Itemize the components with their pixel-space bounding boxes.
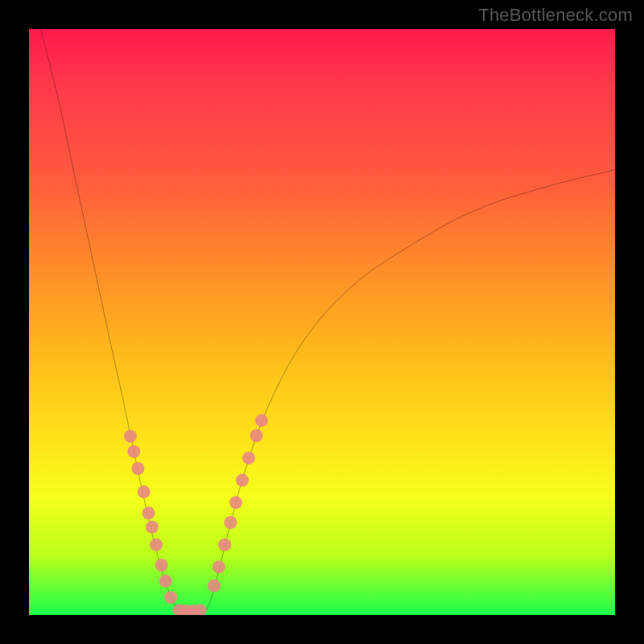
marker-dot: [155, 559, 168, 572]
marker-dot: [124, 430, 137, 443]
chart-stage: TheBottleneck.com: [0, 0, 644, 644]
marker-dot: [150, 539, 163, 551]
curve-layer: [29, 29, 615, 615]
marker-dot: [242, 452, 255, 464]
marker-dot: [208, 580, 221, 592]
marker-dot: [224, 516, 237, 529]
marker-dot: [127, 445, 140, 458]
marker-dot: [142, 506, 155, 519]
watermark-label: TheBottleneck.com: [478, 5, 633, 26]
marker-dot: [255, 414, 268, 427]
marker-dot: [213, 560, 225, 573]
marker-dot: [229, 496, 242, 509]
curve-left-curve: [41, 29, 184, 612]
curve-group: [41, 29, 615, 612]
marker-dot: [164, 591, 177, 604]
curve-right-curve: [204, 170, 615, 613]
marker-dot: [131, 462, 144, 475]
marker-dot: [218, 539, 231, 551]
marker-group: [124, 414, 268, 615]
marker-dot: [236, 474, 249, 487]
marker-dot: [146, 521, 159, 534]
plot-area: [29, 29, 615, 615]
marker-dot: [159, 575, 172, 588]
marker-dot: [250, 429, 262, 442]
marker-dot: [138, 485, 151, 498]
